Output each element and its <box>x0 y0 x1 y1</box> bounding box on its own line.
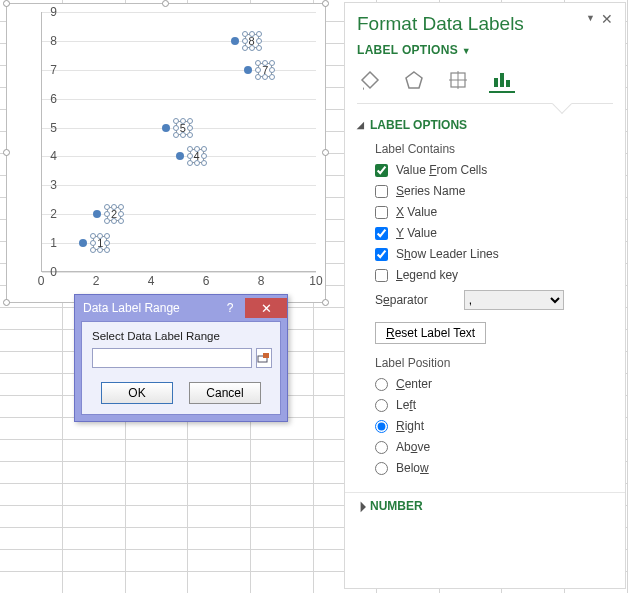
x-tick: 2 <box>93 274 100 288</box>
effects-icon[interactable] <box>401 67 427 93</box>
y-tick: 2 <box>41 207 57 221</box>
data-label[interactable]: 7 <box>258 63 272 77</box>
resize-handle[interactable] <box>322 0 329 7</box>
rad-above[interactable] <box>375 441 388 454</box>
y-tick: 5 <box>41 121 57 135</box>
label-contains-heading: Label Contains <box>375 142 613 156</box>
resize-handle[interactable] <box>3 299 10 306</box>
collapse-dialog-icon <box>257 351 271 365</box>
chk-y-value[interactable] <box>375 227 388 240</box>
x-tick: 8 <box>258 274 265 288</box>
y-tick: 9 <box>41 5 57 19</box>
chk-value-from-cells[interactable] <box>375 164 388 177</box>
svg-rect-1 <box>263 353 269 358</box>
separator-label: Separator <box>375 293 428 307</box>
y-tick: 6 <box>41 92 57 106</box>
format-data-labels-pane: Format Data Labels ▼ ✕ LABEL OPTIONS ▼ ◢… <box>344 2 626 589</box>
resize-handle[interactable] <box>3 149 10 156</box>
x-tick: 4 <box>148 274 155 288</box>
data-point[interactable] <box>162 124 170 132</box>
data-point[interactable] <box>176 152 184 160</box>
pane-title: Format Data Labels <box>357 13 524 34</box>
data-point[interactable] <box>93 210 101 218</box>
rad-center[interactable] <box>375 378 388 391</box>
data-label-range-dialog: Data Label Range ? ✕ Select Data Label R… <box>74 294 288 422</box>
chk-x-value[interactable] <box>375 206 388 219</box>
chk-legend-key[interactable] <box>375 269 388 282</box>
data-label[interactable]: 2 <box>107 207 121 221</box>
plot-area[interactable]: 124578 <box>41 12 316 272</box>
resize-handle[interactable] <box>322 149 329 156</box>
x-tick: 0 <box>38 274 45 288</box>
help-button[interactable]: ? <box>215 298 245 318</box>
cancel-button[interactable]: Cancel <box>189 382 261 404</box>
data-label[interactable]: 4 <box>190 149 204 163</box>
range-input[interactable] <box>92 348 252 368</box>
label-options-icon[interactable] <box>489 67 515 93</box>
section-label-options[interactable]: ◢LABEL OPTIONS <box>345 112 625 138</box>
pane-close-button[interactable]: ✕ <box>597 11 617 27</box>
dialog-prompt: Select Data Label Range <box>92 330 270 342</box>
y-tick: 1 <box>41 236 57 250</box>
rad-below[interactable] <box>375 462 388 475</box>
svg-marker-2 <box>406 72 422 88</box>
reset-label-text-button[interactable]: Reset Label Text <box>375 322 486 344</box>
fill-line-icon[interactable] <box>357 67 383 93</box>
separator-select[interactable]: , <box>464 290 564 310</box>
data-label[interactable]: 5 <box>176 121 190 135</box>
data-point[interactable] <box>231 37 239 45</box>
y-tick: 7 <box>41 63 57 77</box>
x-tick: 10 <box>309 274 322 288</box>
resize-handle[interactable] <box>162 0 169 7</box>
x-tick: 6 <box>203 274 210 288</box>
data-point[interactable] <box>79 239 87 247</box>
close-button[interactable]: ✕ <box>245 298 287 318</box>
svg-rect-6 <box>494 78 498 87</box>
range-picker-button[interactable] <box>256 348 272 368</box>
label-position-heading: Label Position <box>375 356 613 370</box>
rad-left[interactable] <box>375 399 388 412</box>
size-properties-icon[interactable] <box>445 67 471 93</box>
resize-handle[interactable] <box>322 299 329 306</box>
svg-rect-7 <box>500 73 504 87</box>
y-tick: 3 <box>41 178 57 192</box>
data-label[interactable]: 8 <box>245 34 259 48</box>
section-number[interactable]: ◢NUMBER <box>345 493 625 519</box>
chk-leader-lines[interactable] <box>375 248 388 261</box>
rad-right[interactable] <box>375 420 388 433</box>
svg-rect-8 <box>506 80 510 87</box>
y-tick: 8 <box>41 34 57 48</box>
chart-object[interactable]: 124578 01234567890246810 <box>6 3 326 303</box>
dialog-title: Data Label Range <box>83 301 180 315</box>
y-tick: 4 <box>41 149 57 163</box>
ok-button[interactable]: OK <box>101 382 173 404</box>
resize-handle[interactable] <box>3 0 10 7</box>
data-point[interactable] <box>244 66 252 74</box>
pane-subtitle[interactable]: LABEL OPTIONS <box>357 43 458 57</box>
data-label[interactable]: 1 <box>93 236 107 250</box>
chk-series-name[interactable] <box>375 185 388 198</box>
